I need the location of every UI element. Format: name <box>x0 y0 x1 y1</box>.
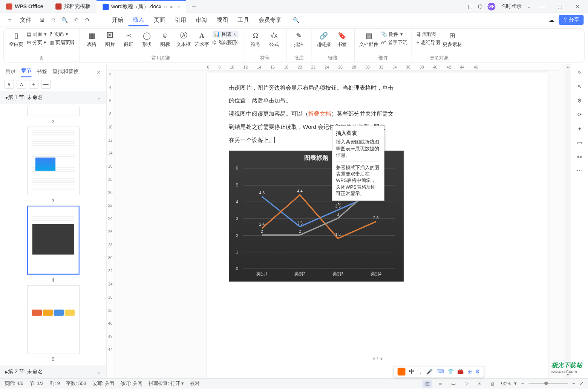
paragraph-handle-icon[interactable]: ⠿ <box>337 201 341 207</box>
page[interactable]: 击该图片，图片旁边将会显示布局选项按钮。当处理表格时，单击 的位置，然后单击加号… <box>207 72 548 378</box>
more-assets[interactable]: ⊞更多素材 <box>443 31 462 47</box>
close-button[interactable]: ✕ <box>571 3 583 9</box>
link-icon[interactable]: ⫘ <box>577 154 582 160</box>
page-view-icon[interactable]: ▤ <box>423 380 432 388</box>
settings-icon[interactable]: ⚙ <box>577 98 582 104</box>
page-num[interactable]: ⁋页码 ▾ <box>49 31 75 38</box>
flowchart[interactable]: ⇶流程图 <box>416 31 440 38</box>
nav-toc[interactable]: 目录 <box>5 68 16 77</box>
fit-icon[interactable]: ⊡ <box>475 380 484 388</box>
symbol[interactable]: Ω符号 <box>248 31 263 47</box>
menu-insert[interactable]: 插入 <box>129 14 149 26</box>
cursor-icon[interactable]: ↖ <box>577 84 582 90</box>
smart-shape[interactable]: ⌬智能图形 <box>212 39 239 46</box>
zoom-slider[interactable] <box>528 383 568 384</box>
share-button[interactable]: ⇪ 分享 <box>559 15 583 25</box>
attachment[interactable]: 📎附件 ▾ <box>381 31 407 38</box>
section-2[interactable]: ▸ 第 2 节: 未命名⌄ <box>0 365 106 378</box>
keyboard-icon[interactable]: ⌨ <box>436 368 444 374</box>
more-icon[interactable]: ⋯ <box>577 168 582 174</box>
tshirt-icon[interactable]: 👕 <box>447 368 454 374</box>
ime-lang[interactable]: 中 <box>409 368 414 375</box>
zoom-out[interactable]: － <box>520 380 525 386</box>
status-section[interactable]: 节: 1/2 <box>29 380 44 386</box>
bookmark[interactable]: 🔖书签 <box>334 31 350 47</box>
close-icon[interactable]: × <box>177 5 180 9</box>
web-view-icon[interactable]: ▭ <box>449 380 458 388</box>
page-thumb-3[interactable] <box>27 127 79 196</box>
mic-icon[interactable]: 🎤 <box>426 368 433 374</box>
cloud-icon[interactable]: ☁ <box>549 17 554 23</box>
cube-icon[interactable]: ⬡ <box>478 3 482 9</box>
nav-down[interactable]: ∧ <box>17 80 26 89</box>
menu-tools[interactable]: 工具 <box>233 14 253 26</box>
doc-parts[interactable]: ▤文档部件 <box>359 31 378 47</box>
split-page[interactable]: ⊟分页 ▾ <box>27 39 47 46</box>
outline-view-icon[interactable]: ≡ <box>435 380 445 388</box>
hyperlink[interactable]: 🔗超链接 <box>316 31 332 47</box>
grid-icon[interactable]: ⊞ <box>467 368 472 374</box>
ime-punct[interactable]: ， <box>418 368 423 375</box>
toolbox-icon[interactable]: 🧰 <box>457 368 464 374</box>
menu-review[interactable]: 审阅 <box>191 14 211 26</box>
viewport-icon[interactable]: ▢ <box>468 3 473 9</box>
menu-page[interactable]: 页面 <box>149 14 169 26</box>
shape[interactable]: ◯形状 <box>139 31 155 47</box>
status-rev[interactable]: 改写: 关闭 <box>92 380 114 386</box>
nav-sections[interactable]: 章节 <box>21 67 32 77</box>
screenshot[interactable]: ✂截屏 <box>121 31 136 47</box>
header-footer[interactable]: ▥页眉页脚 <box>49 39 75 46</box>
sync-icon[interactable]: ⟳ <box>577 112 582 118</box>
status-page[interactable]: 页面: 4/6 <box>5 380 23 386</box>
icon-insert[interactable]: ☺图标 <box>157 31 173 47</box>
nav-up[interactable]: ∨ <box>5 80 14 89</box>
save-icon[interactable]: 🖫 <box>37 15 47 25</box>
book-icon[interactable]: ▭ <box>577 140 582 146</box>
nav-bookmarks[interactable]: 书签 <box>37 68 47 77</box>
template-tab[interactable]: 找稻壳模板 <box>49 0 96 13</box>
vertical-scrollbar[interactable]: ▲▼ <box>565 64 571 378</box>
status-proof[interactable]: 校对 <box>190 380 199 386</box>
document-canvas[interactable]: 6810121416182022242628303234363840424446… <box>107 64 565 378</box>
blank-page[interactable]: ▯空白页 <box>8 31 24 47</box>
page-thumb-4[interactable] <box>27 206 79 275</box>
mindmap[interactable]: ⌖思维导图 <box>416 39 440 46</box>
document-tab[interactable]: word教程（新）.docx ○ ● × <box>96 0 186 13</box>
hamburger-icon[interactable]: ≡ <box>5 15 15 25</box>
nav-remove[interactable]: — <box>41 80 51 89</box>
textbox[interactable]: Ⓐ文本框 <box>176 31 191 47</box>
zoom-in[interactable]: ＋ <box>571 380 576 386</box>
gear-icon[interactable]: ⚙ <box>475 368 480 374</box>
preview-icon[interactable]: 🔍 <box>60 15 70 25</box>
undo-icon[interactable]: ↶ <box>71 15 81 25</box>
menu-start[interactable]: 开始 <box>107 14 127 26</box>
status-track[interactable]: 修订: 关闭 <box>120 380 142 386</box>
menu-view[interactable]: 视图 <box>212 14 232 26</box>
status-words[interactable]: 字数: 553 <box>66 380 86 386</box>
zoom-value[interactable]: 90% <box>501 381 511 386</box>
sparkle-icon[interactable]: ✦ <box>577 126 582 132</box>
login-label[interactable]: 临时登录 <box>501 3 522 10</box>
app-tab[interactable]: WPS Office <box>0 0 49 13</box>
maximize-button[interactable]: ▢ <box>554 3 566 9</box>
section-1[interactable]: ▾ 第 1 节: 未命名⌄ <box>0 91 106 104</box>
search-icon[interactable]: 🔍 <box>291 15 302 25</box>
print-icon[interactable]: ⎙ <box>48 15 58 25</box>
new-tab-button[interactable]: ＋ <box>186 2 202 11</box>
dropcap[interactable]: Aᴬ首字下沉 <box>381 39 407 46</box>
pencil-icon[interactable]: ✎ <box>577 70 582 76</box>
avatar[interactable]: WP <box>487 2 495 10</box>
file-menu[interactable]: 文件 <box>16 14 36 26</box>
table[interactable]: ▦表格 <box>84 31 100 47</box>
artword[interactable]: 𝐀艺术字 <box>194 31 210 47</box>
fullscreen-icon[interactable]: ⤢ <box>580 381 583 386</box>
read-icon[interactable]: ⎙ <box>488 380 498 388</box>
status-spell[interactable]: 拼写检查: 打开 <box>149 381 180 386</box>
status-col[interactable]: 列: 9 <box>50 380 60 386</box>
formula[interactable]: √x公式 <box>266 31 282 47</box>
redo-icon[interactable]: ↷ <box>82 15 93 25</box>
nav-find[interactable]: 查找和替换 <box>52 68 79 77</box>
chart-button[interactable]: 📊图表↖ <box>212 31 239 38</box>
comment[interactable]: ✎批注 <box>291 31 307 47</box>
page-thumb-5[interactable] <box>27 285 79 354</box>
